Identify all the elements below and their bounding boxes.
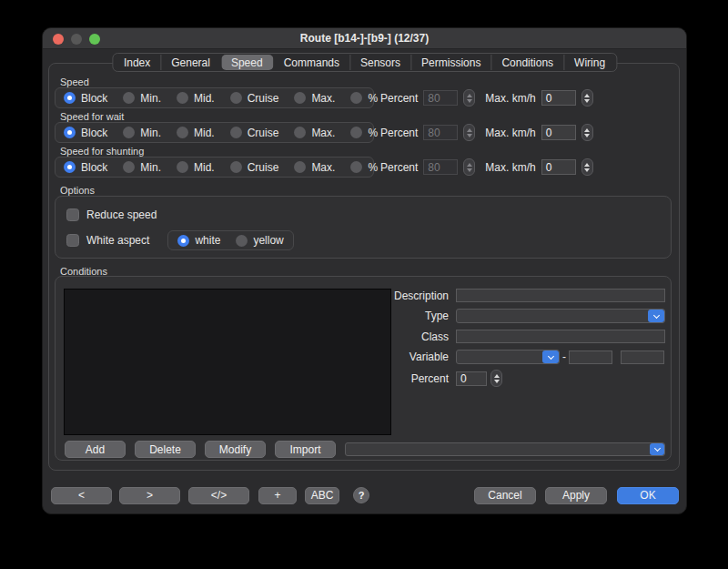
prev-button[interactable]: < <box>51 487 112 504</box>
condition-percent-label: Percent <box>356 372 456 385</box>
condition-percent-stepper[interactable] <box>490 370 502 387</box>
tab-conditions[interactable]: Conditions <box>491 55 564 70</box>
tab-commands[interactable]: Commands <box>274 55 350 70</box>
modify-button[interactable]: Modify <box>205 441 266 458</box>
tab-speed[interactable]: Speed <box>221 55 274 70</box>
radio-option-max[interactable]: Max. <box>294 127 335 139</box>
apply-button[interactable]: Apply <box>545 487 607 504</box>
speed-shunting-group-label: Speed for shunting <box>60 146 144 157</box>
variable-value-input[interactable] <box>569 351 612 364</box>
close-button-icon[interactable] <box>53 34 64 45</box>
percent-field: 80 <box>423 159 458 175</box>
help-button[interactable]: ? <box>353 487 369 503</box>
radio-label: Block <box>81 161 107 174</box>
speed-group-label: Speed <box>60 76 89 87</box>
add-button[interactable]: Add <box>65 441 126 458</box>
max-kmh-stepper[interactable] <box>581 124 593 141</box>
radio-label: Max. <box>311 127 335 139</box>
radio-option-mid[interactable]: Mid. <box>177 92 215 105</box>
tab-index[interactable]: Index <box>114 55 161 70</box>
cancel-button[interactable]: Cancel <box>474 487 536 504</box>
variable-dropdown[interactable] <box>456 350 560 364</box>
description-input[interactable] <box>456 289 665 302</box>
description-label: Description <box>356 290 456 302</box>
radio-option-min[interactable]: Min. <box>123 92 161 105</box>
speed-radio-group: Block Min. Mid. Cruise Max. % <box>55 87 374 108</box>
radio-option-percent[interactable]: % <box>350 161 378 174</box>
max-kmh-field[interactable]: 0 <box>541 159 576 175</box>
title-bar[interactable]: Route [b14-]-[b9-] (12/37) <box>43 28 686 49</box>
max-kmh-field[interactable]: 0 <box>541 125 576 140</box>
max-kmh-field[interactable]: 0 <box>541 90 576 106</box>
radio-icon <box>294 127 306 138</box>
ok-button[interactable]: OK <box>617 487 679 504</box>
radio-option-max[interactable]: Max. <box>294 161 335 174</box>
radio-icon <box>236 235 248 247</box>
class-input[interactable] <box>456 330 665 343</box>
tab-permissions[interactable]: Permissions <box>411 55 491 70</box>
radio-option-max[interactable]: Max. <box>294 92 335 105</box>
conditions-list[interactable] <box>64 289 391 435</box>
next-button[interactable]: > <box>119 487 180 504</box>
max-kmh-stepper[interactable] <box>581 89 593 107</box>
radio-option-block[interactable]: Block <box>64 127 107 139</box>
radio-label: white <box>195 234 220 247</box>
condition-select-dropdown[interactable] <box>345 442 665 456</box>
radio-label: Mid. <box>194 92 215 105</box>
white-aspect-label: White aspect <box>86 234 149 247</box>
radio-label: Cruise <box>248 92 279 105</box>
radio-option-block[interactable]: Block <box>64 92 107 105</box>
class-label: Class <box>356 330 456 343</box>
radio-icon <box>294 161 306 173</box>
speed-row-controls: Percent 80 Max. km/h 0 <box>380 87 593 108</box>
radio-option-cruise[interactable]: Cruise <box>230 161 279 174</box>
white-aspect-row: White aspect white yellow <box>66 230 294 250</box>
dropdown-button[interactable] <box>650 443 664 455</box>
radio-option-cruise[interactable]: Cruise <box>230 127 279 139</box>
radio-label: % <box>368 161 378 174</box>
import-button[interactable]: Import <box>275 441 336 458</box>
dropdown-button[interactable] <box>542 351 559 363</box>
class-row: Class <box>356 330 665 343</box>
stepper-up-icon <box>494 374 500 378</box>
radio-icon <box>350 92 362 104</box>
condition-percent-field[interactable]: 0 <box>456 371 487 386</box>
radio-option-mid[interactable]: Mid. <box>177 127 215 139</box>
max-kmh-stepper[interactable] <box>581 158 593 176</box>
radio-option-percent[interactable]: % <box>350 92 378 105</box>
conditions-box: Description Type Class Variable - Percen… <box>55 276 672 461</box>
variable-row: Variable - <box>356 350 665 364</box>
tab-sensors[interactable]: Sensors <box>350 55 411 70</box>
radio-option-percent[interactable]: % <box>350 127 378 139</box>
abc-button[interactable]: ABC <box>305 487 339 504</box>
zoom-button-icon[interactable] <box>89 34 100 45</box>
plus-button[interactable]: + <box>258 487 297 504</box>
radio-label: Min. <box>140 92 161 105</box>
percent-stepper <box>463 124 475 141</box>
radio-option-min[interactable]: Min. <box>123 161 161 174</box>
radio-selected-icon <box>64 92 76 104</box>
tab-wiring[interactable]: Wiring <box>564 55 615 70</box>
radio-label: Mid. <box>194 161 215 174</box>
variable-extra-input[interactable] <box>621 351 664 364</box>
type-dropdown[interactable] <box>456 309 665 323</box>
radio-label: Block <box>81 92 107 105</box>
window-title: Route [b14-]-[b9-] (12/37) <box>300 32 429 45</box>
radio-icon <box>177 127 188 138</box>
percent-field: 80 <box>423 90 458 106</box>
radio-option-min[interactable]: Min. <box>123 127 161 139</box>
tab-general[interactable]: General <box>161 55 221 70</box>
percent-stepper <box>463 158 475 176</box>
chevron-down-icon <box>547 352 553 359</box>
dropdown-button[interactable] <box>648 310 664 322</box>
percent-stepper <box>463 89 475 107</box>
code-button[interactable]: </> <box>188 487 249 504</box>
radio-option-block[interactable]: Block <box>64 161 107 174</box>
radio-option-mid[interactable]: Mid. <box>177 161 215 174</box>
radio-option-cruise[interactable]: Cruise <box>230 92 279 105</box>
reduce-speed-checkbox[interactable] <box>66 208 79 221</box>
radio-option-yellow[interactable]: yellow <box>236 234 283 247</box>
radio-option-white[interactable]: white <box>177 234 220 247</box>
delete-button[interactable]: Delete <box>135 441 196 458</box>
white-aspect-checkbox[interactable] <box>66 234 79 247</box>
